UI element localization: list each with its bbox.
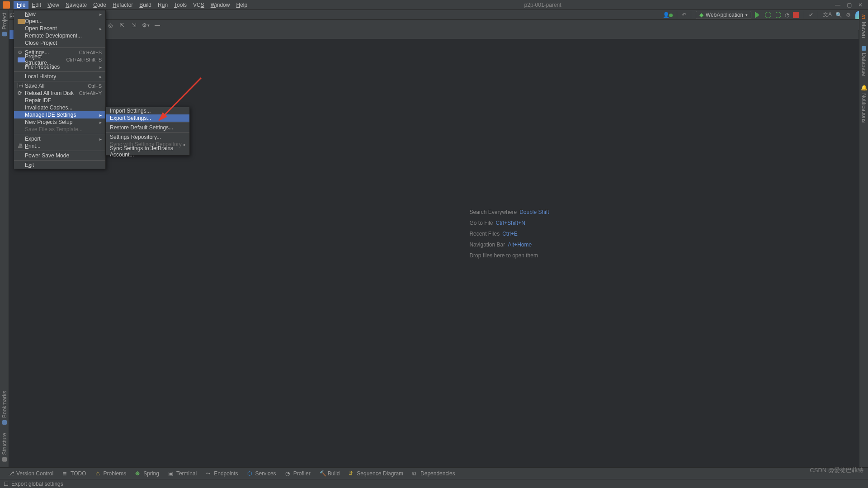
- tw-notifications[interactable]: 🔔Notifications: [861, 84, 867, 123]
- hint-nav-bar: Navigation BarAlt+Home: [469, 242, 549, 248]
- expand-icon[interactable]: ⇱: [118, 22, 126, 28]
- hint-drop-files: Drop files here to open them: [469, 252, 549, 259]
- mi-file-properties[interactable]: File Properties▸: [14, 63, 105, 71]
- mi-print[interactable]: 🖶Print...: [14, 142, 105, 150]
- tw-database[interactable]: Database: [861, 46, 867, 76]
- mi-local-history[interactable]: Local History▸: [14, 73, 105, 80]
- settings-icon[interactable]: ⚙: [846, 12, 851, 18]
- options-icon[interactable]: ⚙ ▾: [142, 22, 149, 28]
- hint-go-to-file: Go to FileCtrl+Shift+N: [469, 220, 549, 226]
- navbar: p2 👤▾ ↶ ◆ WebApplication ▾ ◔ ✔ 文A 🔍 ⚙: [0, 10, 868, 20]
- run-icon[interactable]: [755, 12, 761, 18]
- account-icon[interactable]: 👤▾: [663, 12, 672, 18]
- tw-services[interactable]: ⬡Services: [247, 470, 276, 477]
- menu-refactor[interactable]: Refactor: [109, 1, 136, 9]
- git-update-icon[interactable]: ✔: [809, 12, 813, 18]
- right-stripe: mMaven Database 🔔Notifications: [859, 10, 868, 467]
- mi-manage-ide-settings[interactable]: Manage IDE Settings▸: [14, 111, 105, 118]
- tw-todo[interactable]: ≣TODO: [62, 470, 86, 477]
- sm-restore-default[interactable]: Restore Default Settings...: [106, 124, 189, 131]
- menu-view[interactable]: View: [44, 1, 62, 9]
- app-icon: [3, 1, 10, 9]
- menu-build[interactable]: Build: [136, 1, 155, 9]
- tw-spring[interactable]: ❋Spring: [135, 470, 159, 477]
- tw-project[interactable]: Project: [1, 13, 8, 36]
- stop-icon[interactable]: [793, 12, 799, 18]
- menu-bar: File Edit View Navigate Code Refactor Bu…: [0, 0, 868, 10]
- menu-code[interactable]: Code: [90, 1, 109, 9]
- tw-endpoints[interactable]: ⤳Endpoints: [206, 470, 238, 477]
- tool-window-quick-icon[interactable]: ☐: [4, 481, 9, 487]
- close-icon[interactable]: ✕: [858, 2, 863, 8]
- run-coverage-icon[interactable]: [775, 12, 781, 18]
- mi-open[interactable]: Open...: [14, 18, 105, 25]
- tw-maven[interactable]: mMaven: [861, 14, 867, 38]
- tw-profiler[interactable]: ◔Profiler: [285, 470, 311, 477]
- mi-exit[interactable]: Exit: [14, 161, 105, 169]
- hint-search-everywhere: Search EverywhereDouble Shift: [469, 209, 549, 215]
- mi-repair-ide[interactable]: Repair IDE: [14, 97, 105, 104]
- mi-project-structure[interactable]: Project Structure...Ctrl+Alt+Shift+S: [14, 56, 105, 63]
- tw-structure[interactable]: Structure: [1, 433, 8, 462]
- menu-navigate[interactable]: Navigate: [62, 1, 90, 9]
- mi-new-projects-setup[interactable]: New Projects Setup▸: [14, 118, 105, 126]
- watermark: CSDN @爱徒巴菲特: [810, 466, 863, 474]
- mi-close-project[interactable]: Close Project: [14, 39, 105, 47]
- mi-remote-dev[interactable]: Remote Development...: [14, 32, 105, 39]
- sm-import-settings[interactable]: Import Settings...: [106, 107, 189, 114]
- menu-window[interactable]: Window: [208, 1, 233, 9]
- chevron-down-icon: ▾: [745, 13, 748, 17]
- debug-icon[interactable]: [765, 12, 771, 18]
- tw-version-control[interactable]: ⎇Version Control: [8, 470, 53, 477]
- mi-save-as-template: Save File as Template...: [14, 126, 105, 133]
- target-icon[interactable]: ◎: [107, 22, 114, 28]
- menu-vcs[interactable]: VCS: [190, 1, 208, 9]
- menu-run[interactable]: Run: [155, 1, 171, 9]
- mi-open-recent[interactable]: Open Recent▸: [14, 25, 105, 32]
- menu-help[interactable]: Help: [233, 1, 250, 9]
- profile-icon[interactable]: ◔: [785, 12, 789, 18]
- mi-power-save[interactable]: Power Save Mode: [14, 152, 105, 159]
- tw-terminal[interactable]: ▣Terminal: [168, 470, 197, 477]
- tw-dependencies[interactable]: ⧉Dependencies: [412, 470, 455, 477]
- menu-edit[interactable]: Edit: [28, 1, 44, 9]
- mi-export[interactable]: Export▸: [14, 135, 105, 142]
- mi-new[interactable]: New▸: [14, 10, 105, 18]
- search-icon[interactable]: 🔍: [835, 12, 842, 18]
- sm-settings-repo[interactable]: Settings Repository...: [106, 133, 189, 141]
- status-bar: ☐ Export global settings: [0, 479, 868, 488]
- sm-export-settings[interactable]: Export Settings...: [106, 114, 189, 122]
- run-config-label: WebApplication: [706, 12, 743, 18]
- tw-build[interactable]: 🔨Build: [320, 470, 340, 477]
- project-toolbar: ◎ ⇱ ⇲ ⚙ ▾ —: [0, 20, 868, 31]
- editor-breadcrumb: 〉 001-parent: [9, 30, 859, 39]
- maximize-icon[interactable]: ▢: [847, 2, 852, 8]
- mi-save-all[interactable]: Save AllCtrl+S: [14, 82, 105, 90]
- minimize-icon[interactable]: —: [835, 2, 840, 8]
- manage-ide-submenu: Import Settings... Export Settings... Re…: [106, 107, 190, 156]
- mi-invalidate-caches[interactable]: Invalidate Caches...: [14, 104, 105, 111]
- file-dropdown: New▸ Open... Open Recent▸ Remote Develop…: [14, 10, 106, 169]
- hide-icon[interactable]: —: [154, 22, 161, 28]
- back-icon[interactable]: ↶: [682, 12, 686, 18]
- locale-icon[interactable]: 文A: [823, 11, 832, 19]
- run-configuration[interactable]: ◆ WebApplication ▾: [696, 11, 751, 19]
- menu-tools[interactable]: Tools: [171, 1, 190, 9]
- mi-reload-disk[interactable]: ⟳Reload All from DiskCtrl+Alt+Y: [14, 90, 105, 97]
- tw-sequence[interactable]: ⇵Sequence Diagram: [349, 470, 403, 477]
- menu-file[interactable]: File: [14, 1, 28, 9]
- editor-empty: Search EverywhereDouble Shift Go to File…: [160, 40, 859, 467]
- sm-sync-jetbrains[interactable]: Sync Settings to JetBrains Account...: [106, 148, 189, 155]
- tw-bookmarks[interactable]: Bookmarks: [1, 391, 8, 425]
- status-message: Export global settings: [11, 481, 63, 487]
- project-title: p2p-001-parent: [250, 2, 835, 8]
- collapse-icon[interactable]: ⇲: [130, 22, 137, 28]
- hint-recent-files: Recent FilesCtrl+E: [469, 231, 549, 237]
- tw-problems[interactable]: ⚠Problems: [95, 470, 127, 477]
- bottom-stripe: ⎇Version Control ≣TODO ⚠Problems ❋Spring…: [0, 467, 868, 479]
- left-stripe: Project Bookmarks Structure: [0, 10, 9, 467]
